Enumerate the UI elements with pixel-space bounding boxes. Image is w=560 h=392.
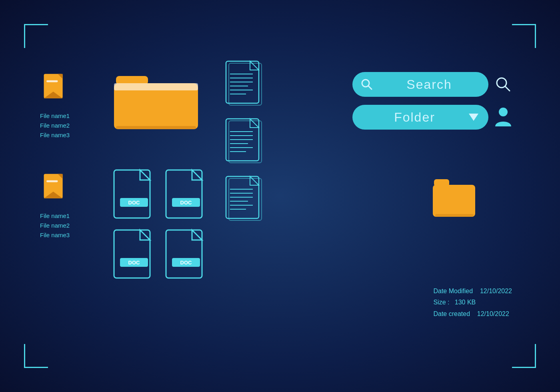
person-icon bbox=[494, 106, 512, 128]
doc-files-grid: DOC DOC DOC DOC bbox=[112, 168, 208, 280]
svg-rect-10 bbox=[114, 83, 198, 90]
svg-line-58 bbox=[505, 86, 510, 91]
doc-file-2: DOC bbox=[164, 168, 208, 220]
svg-marker-39 bbox=[250, 119, 259, 128]
svg-rect-3 bbox=[46, 80, 58, 82]
folder-bar-row: Folder bbox=[352, 105, 512, 130]
bookmark-icon-2 bbox=[40, 172, 68, 204]
svg-marker-21 bbox=[140, 230, 150, 240]
corner-bracket-bl bbox=[24, 344, 48, 368]
svg-text:DOC: DOC bbox=[180, 200, 192, 206]
file-group-1: File name1 File name2 File name3 bbox=[40, 72, 70, 140]
search-ui-panel: Search Folder bbox=[352, 72, 512, 130]
search-icon-inside bbox=[360, 78, 373, 91]
svg-rect-12 bbox=[114, 170, 150, 218]
svg-rect-24 bbox=[166, 230, 202, 278]
svg-rect-28 bbox=[229, 63, 262, 105]
search-bar[interactable]: Search bbox=[352, 72, 488, 97]
left-file-column: File name1 File name2 File name3 File na… bbox=[40, 72, 70, 240]
corner-bracket-tl bbox=[24, 24, 48, 48]
search-icon-standalone bbox=[494, 76, 512, 93]
svg-rect-20 bbox=[114, 230, 150, 278]
search-bar-row: Search bbox=[352, 72, 512, 97]
doc-file-4: DOC bbox=[164, 228, 208, 280]
file-info-text: Date Modified 12/10/2022 Size : 130 KB D… bbox=[433, 286, 512, 320]
svg-rect-16 bbox=[166, 170, 202, 218]
file-list-1: File name1 File name2 File name3 bbox=[40, 111, 70, 140]
svg-marker-48 bbox=[250, 176, 259, 185]
doc-outline-3 bbox=[224, 175, 264, 225]
size-row: Size : 130 KB bbox=[433, 297, 512, 308]
doc-outline-1 bbox=[224, 60, 264, 110]
svg-marker-17 bbox=[192, 170, 202, 180]
svg-rect-11 bbox=[116, 126, 196, 129]
file-info-panel: Date Modified 12/10/2022 Size : 130 KB D… bbox=[433, 286, 512, 320]
svg-text:DOC: DOC bbox=[128, 260, 140, 266]
folder-label: Folder bbox=[364, 110, 465, 125]
date-modified-row: Date Modified 12/10/2022 bbox=[433, 286, 512, 297]
doc-outline-column bbox=[224, 60, 264, 225]
date-created-row: Date created 12/10/2022 bbox=[433, 308, 512, 320]
svg-text:DOC: DOC bbox=[128, 200, 140, 206]
main-folder-section bbox=[112, 64, 200, 132]
file-list-2: File name1 File name2 File name3 bbox=[40, 211, 70, 240]
svg-rect-7 bbox=[46, 180, 58, 182]
svg-rect-37 bbox=[229, 121, 262, 163]
corner-bracket-tr bbox=[512, 24, 536, 48]
svg-rect-62 bbox=[435, 214, 474, 217]
small-folder-right bbox=[432, 172, 472, 216]
svg-rect-46 bbox=[229, 178, 262, 220]
svg-point-59 bbox=[499, 108, 508, 116]
corner-bracket-br bbox=[512, 344, 536, 368]
doc-file-3: DOC bbox=[112, 228, 156, 280]
svg-marker-13 bbox=[140, 170, 150, 180]
doc-outline-2 bbox=[224, 118, 264, 167]
main-folder-icon bbox=[112, 64, 200, 132]
svg-marker-25 bbox=[192, 230, 202, 240]
file-group-2: File name1 File name2 File name3 bbox=[40, 172, 70, 240]
folder-dropdown-bar[interactable]: Folder bbox=[352, 105, 488, 130]
doc-file-1: DOC bbox=[112, 168, 156, 220]
svg-rect-61 bbox=[433, 185, 475, 217]
svg-marker-30 bbox=[250, 61, 259, 70]
search-label: Search bbox=[378, 77, 480, 92]
bookmark-icon-1 bbox=[40, 72, 68, 104]
svg-line-56 bbox=[368, 86, 372, 89]
svg-text:DOC: DOC bbox=[180, 260, 192, 266]
dropdown-triangle-icon bbox=[469, 114, 478, 121]
